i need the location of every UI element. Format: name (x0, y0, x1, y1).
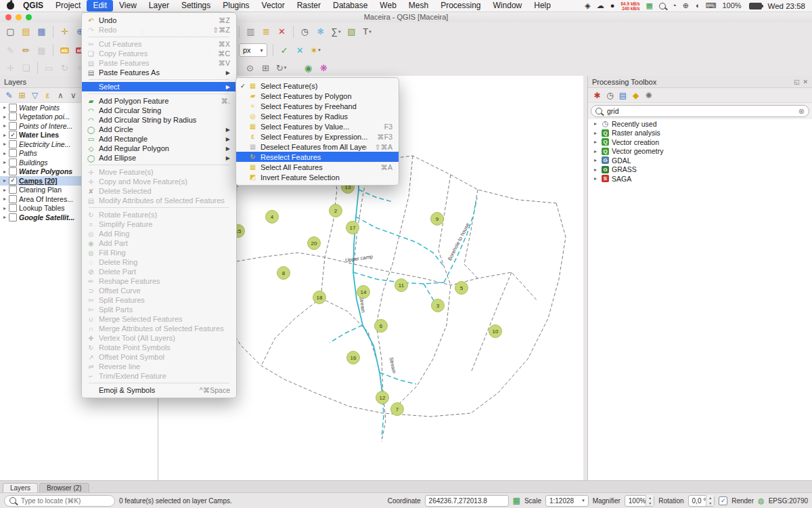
layer-checkbox[interactable] (9, 104, 17, 112)
menu-item-copy-and-move-feature-s[interactable]: ✛Copy and Move Feature(s) (82, 177, 236, 186)
expand-arrow-icon[interactable]: ▸ (592, 167, 599, 173)
expand-arrow-icon[interactable]: ▸ (592, 139, 599, 145)
start-model-icon[interactable]: ✱ (591, 89, 604, 102)
menu-item-cut-features[interactable]: ✂Cut Features⌘X (82, 39, 236, 49)
temporal-controller-icon[interactable]: ◷ (298, 25, 312, 39)
zoom-window-button[interactable] (26, 14, 32, 20)
model-designer-icon[interactable]: ❋ (317, 61, 331, 75)
filter-expression-icon[interactable]: ε (41, 89, 54, 102)
unit-combo[interactable]: px▾ (239, 43, 267, 57)
layer-checkbox[interactable] (9, 140, 17, 148)
menu-item-select-features-by-value[interactable]: ▦Select Features by Value...F3 (236, 121, 399, 131)
menu-item-add-circular-string-by-radius[interactable]: ◠Add Circular String by Radius (82, 115, 236, 125)
menubar-item-qgis[interactable]: QGIS (17, 0, 49, 12)
menu-item-select-features-by-expression[interactable]: εSelect Features by Expression...⌘F3 (236, 131, 399, 142)
stepper-arrows[interactable]: ▲▼ (706, 495, 714, 506)
menubar-item-vector[interactable]: Vector (256, 0, 291, 12)
menu-item-reselect-features[interactable]: ↻Reselect Features (236, 152, 399, 162)
location-icon[interactable]: ⊕ (683, 0, 689, 12)
menu-item-delete-selected[interactable]: ✘Delete Selected (82, 186, 236, 196)
rotation-spinbox[interactable]: 0,0 °▲▼ (688, 495, 715, 507)
menu-item-move-feature-s[interactable]: ✛Move Feature(s) (82, 167, 236, 177)
cad-cancel-icon[interactable]: ✕ (293, 43, 307, 57)
menu-item-paste-features-as[interactable]: ▤Paste Features As▶ (82, 68, 236, 77)
menu-item-select-features-by-radius[interactable]: ◎Select Features by Radius (236, 111, 399, 121)
layer-checkbox[interactable]: ✓ (9, 177, 17, 185)
current-edits-icon[interactable]: ✎ (3, 43, 18, 57)
layer-checkbox[interactable] (9, 122, 17, 130)
expand-arrow-icon[interactable]: ▸ (592, 130, 599, 136)
menu-item-select-all-features[interactable]: ▦Select All Features⌘A (236, 162, 399, 172)
extents-icon[interactable]: ▦ (513, 496, 520, 505)
layer-checkbox[interactable] (9, 149, 17, 157)
camp-marker[interactable]: 3 (432, 299, 445, 312)
menu-item-paste-features[interactable]: ▤Paste Features⌘V (82, 58, 236, 68)
menubar-clock[interactable]: Wed 23:58 (768, 2, 805, 10)
history-icon[interactable]: ◷ (604, 89, 616, 102)
menubar-item-project[interactable]: Project (49, 0, 87, 12)
rectangle-tool-icon[interactable]: ▭ (42, 61, 56, 75)
camp-marker[interactable]: 6 (375, 320, 388, 333)
menu-item-simplify-feature[interactable]: ≈Simplify Feature (82, 219, 236, 229)
grid-tool-icon[interactable]: ⊞ (258, 61, 273, 75)
menu-item-add-ring[interactable]: ◎Add Ring (82, 229, 236, 238)
menu-item-add-polygon-feature[interactable]: ▰Add Polygon Feature⌘. (82, 96, 236, 106)
expand-arrow-icon[interactable]: ▸ (1, 159, 8, 165)
camp-marker[interactable]: 10 (489, 325, 502, 338)
tab-browser-2-[interactable]: Browser (2) (39, 483, 89, 493)
menu-item-fill-ring[interactable]: ◍Fill Ring (82, 248, 236, 257)
camp-marker[interactable]: 4 (266, 211, 279, 224)
menu-item-emoji-symbols[interactable]: Emoji & Symbols^⌘Space (82, 385, 236, 395)
snapping-icon[interactable]: ⊙ (243, 61, 257, 75)
menu-item-split-parts[interactable]: ✄Split Parts (82, 305, 236, 314)
results-viewer-icon[interactable]: ▤ (616, 89, 629, 102)
menu-item-offset-point-symbol[interactable]: ↗Offset Point Symbol (82, 352, 236, 362)
menu-item-invert-feature-selection[interactable]: ◩Invert Feature Selection (236, 172, 399, 182)
menubar-item-plugins[interactable]: Plugins (217, 0, 255, 12)
camp-marker[interactable]: 9 (431, 213, 444, 226)
menu-item-delete-part[interactable]: ⊘Delete Part (82, 267, 236, 276)
menu-item-split-features[interactable]: ✂Split Features (82, 295, 236, 305)
toggle-editing-icon[interactable]: ✏ (19, 43, 33, 57)
open-project-icon[interactable]: ▤ (19, 25, 33, 39)
locator-input[interactable] (20, 496, 104, 505)
menu-item-undo[interactable]: ↶Undo⌘Z (82, 16, 236, 25)
statistics-icon[interactable]: ∑▾ (329, 25, 343, 39)
close-panel-icon[interactable]: ✕ (803, 79, 808, 85)
stats-menulet-icon[interactable]: ▦ (646, 0, 653, 12)
rotate-dd-icon[interactable]: ↻▾ (274, 61, 288, 75)
menu-item-reshape-features[interactable]: ✏Reshape Features (82, 276, 236, 286)
menubar-item-help[interactable]: Help (528, 0, 557, 12)
spotlight-icon[interactable] (659, 3, 666, 9)
camp-marker[interactable]: 11 (395, 279, 408, 292)
scale-combo[interactable]: 1:12028▾ (545, 495, 589, 507)
expand-arrow-icon[interactable]: ▸ (592, 148, 599, 154)
expand-arrow-icon[interactable]: ▸ (1, 187, 8, 193)
rotate-tool-icon[interactable]: ↻ (58, 61, 72, 75)
circle-menulet-icon[interactable]: ● (610, 0, 615, 12)
processing-group-row[interactable]: ▸GGRASS (588, 165, 812, 175)
expand-arrow-icon[interactable]: ▸ (1, 150, 8, 156)
clear-search-icon[interactable]: ⊗ (798, 107, 805, 116)
menu-item-rotate-feature-s[interactable]: ↻Rotate Feature(s) (82, 210, 236, 219)
keyboard-icon[interactable]: ⌨ (706, 0, 717, 12)
expand-arrow-icon[interactable]: ▸ (1, 177, 8, 184)
check-geometry-icon[interactable]: ✓ (277, 43, 292, 57)
menubar-item-settings[interactable]: Settings (175, 0, 217, 12)
processing-group-row[interactable]: ▸QVector geometry (588, 147, 812, 156)
close-window-button[interactable] (5, 14, 12, 20)
menubar-item-raster[interactable]: Raster (291, 0, 327, 12)
processing-group-row[interactable]: ▸QRaster analysis (588, 129, 812, 138)
menu-item-modify-attributes-of-selected-features[interactable]: ▤Modify Attributes of Selected Features (82, 196, 236, 205)
camp-marker[interactable]: 8 (277, 267, 290, 280)
menu-item-redo[interactable]: ↷Redo⇧⌘Z (82, 25, 236, 35)
processing-group-row[interactable]: ▸QVector creation (588, 137, 812, 147)
menubar-item-edit[interactable]: Edit (87, 0, 113, 12)
camp-marker[interactable]: 2 (330, 205, 342, 217)
menubar-item-view[interactable]: View (113, 0, 143, 12)
processing-search-box[interactable]: ⊗ (591, 105, 809, 117)
snowflake-icon[interactable]: ❄ (313, 25, 328, 39)
layer-checkbox[interactable] (9, 213, 17, 221)
stepper-arrows[interactable]: ▲▼ (646, 495, 654, 506)
menu-item-deselect-features-from-all-layers[interactable]: ▦Deselect Features from All Layers⇧⌘A (236, 142, 399, 152)
